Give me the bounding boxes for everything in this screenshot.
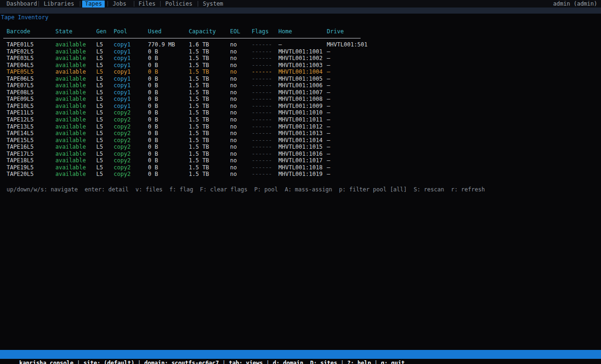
col-header-capacity: Capacity [189,28,216,35]
table-row[interactable]: TAPE10L5availableL5copy10 B1.5 TBno-----… [0,103,601,110]
table-row[interactable]: TAPE07L5availableL5copy10 B1.5 TBno-----… [0,82,601,89]
col-header-pool: Pool [114,28,127,35]
table-row[interactable]: TAPE04L5availableL5copy10 B1.5 TBno-----… [0,62,601,69]
tab-separator [108,1,108,7]
cell-capacity: 1.5 TB [189,144,209,151]
cell-eol: no [230,171,237,178]
cell-used: 0 B [148,144,158,151]
cell-eol: no [230,116,237,123]
cell-eol: no [230,82,237,89]
cell-state: available [55,76,86,83]
cell-pool: copy2 [114,109,131,116]
cell-pool: copy2 [114,123,131,130]
status-segment: site: (default) [84,360,134,364]
table-row-selected[interactable]: TAPE05L5availableL5copy10 B1.5 TBno-----… [0,68,601,76]
cell-home: MHVTL001:1004 [278,68,323,76]
cell-state: available [55,164,86,171]
cell-flags: ------ [252,68,272,76]
cell-barcode: TAPE08L5 [7,89,34,96]
cell-state: available [55,96,86,103]
cell-state: available [55,55,86,62]
terminal-screen: DashboardLibrariesTapesJobsFilesPolicies… [0,0,601,364]
cell-gen: L5 [96,96,103,103]
cell-drive: — [327,109,330,116]
cell-capacity: 1.5 TB [189,130,209,137]
tab-libraries[interactable]: Libraries [44,0,74,8]
cell-capacity: 1.5 TB [189,151,209,158]
cell-used: 0 B [148,82,158,89]
table-row[interactable]: TAPE20L5availableL5copy20 B1.5 TBno-----… [0,171,601,178]
cell-pool: copy1 [114,68,131,76]
cell-used: 0 B [148,130,158,137]
tab-jobs[interactable]: Jobs [113,0,126,8]
status-segment: d: domain D: sites [273,360,337,364]
cell-drive: — [327,123,330,130]
cell-home: MHVTL001:1016 [278,151,323,158]
cell-gen: L5 [96,164,103,171]
table-row[interactable]: TAPE09L5availableL5copy10 B1.5 TBno-----… [0,96,601,103]
cell-home: MHVTL001:1015 [278,144,323,151]
table-row[interactable]: TAPE19L5availableL5copy20 B1.5 TBno-----… [0,164,601,171]
table-row[interactable]: TAPE13L5availableL5copy20 B1.5 TBno-----… [0,123,601,130]
table-row[interactable]: TAPE03L5availableL5copy10 B1.5 TBno-----… [0,55,601,62]
cell-home: MHVTL001:1014 [278,137,323,144]
cell-home: MHVTL001:1009 [278,103,323,110]
cell-capacity: 1.5 TB [189,68,209,76]
cell-eol: no [230,41,237,48]
table-row[interactable]: TAPE16L5availableL5copy20 B1.5 TBno-----… [0,144,601,151]
cell-gen: L5 [96,171,103,178]
cell-flags: ------ [252,137,272,144]
cell-gen: L5 [96,48,103,55]
cell-barcode: TAPE02L5 [7,48,34,55]
cell-home: MHVTL001:1007 [278,89,323,96]
cell-drive: — [327,48,330,55]
cell-eol: no [230,157,237,164]
cell-home: MHVTL001:1011 [278,116,323,123]
table-row[interactable]: TAPE06L5availableL5copy10 B1.5 TBno-----… [0,76,601,83]
table-row[interactable]: TAPE17L5availableL5copy20 B1.5 TBno-----… [0,151,601,158]
table-header: BarcodeStateGenPoolUsedCapacityEOLFlagsH… [0,28,601,35]
cell-state: available [55,89,86,96]
cell-state: available [55,82,86,89]
cell-used: 0 B [148,103,158,110]
cell-state: available [55,157,86,164]
cell-state: available [55,62,86,69]
tab-policies[interactable]: Policies [165,0,193,8]
table-row[interactable]: TAPE15L5availableL5copy20 B1.5 TBno-----… [0,137,601,144]
cell-home: MHVTL001:1012 [278,123,323,130]
status-segment: q: quit [381,360,405,364]
table-row[interactable]: TAPE08L5availableL5copy10 B1.5 TBno-----… [0,89,601,96]
col-header-used: Used [148,28,162,35]
tab-dashboard[interactable]: Dashboard [7,0,37,8]
cell-barcode: TAPE09L5 [7,96,34,103]
table-row[interactable]: TAPE11L5availableL5copy20 B1.5 TBno-----… [0,109,601,116]
status-segment: kanrisha console [19,360,74,364]
cell-used: 0 B [148,62,158,69]
table-row[interactable]: TAPE01L5availableL5copy1770.9 MB1.6 TBno… [0,41,601,48]
tab-separator [134,1,134,7]
table-row[interactable]: TAPE14L5availableL5copy20 B1.5 TBno-----… [0,130,601,137]
table-row[interactable]: TAPE18L5availableL5copy20 B1.5 TBno-----… [0,157,601,164]
cell-drive: — [327,89,330,96]
cell-eol: no [230,89,237,96]
tab-system[interactable]: System [203,0,223,8]
table-row[interactable]: TAPE12L5availableL5copy20 B1.5 TBno-----… [0,116,601,123]
status-bar: kanrisha console|site: (default)|domain:… [0,350,601,359]
cell-state: available [55,137,86,144]
cell-eol: no [230,68,237,76]
cell-used: 0 B [148,164,158,171]
tab-files[interactable]: Files [139,0,155,8]
status-separator: | [266,360,270,364]
cell-barcode: TAPE06L5 [7,76,34,83]
cell-gen: L5 [96,116,103,123]
table-row[interactable]: TAPE02L5availableL5copy10 B1.5 TBno-----… [0,48,601,55]
cell-home: MHVTL001:1019 [278,171,323,178]
tab-separator [160,1,161,7]
cell-drive: — [327,103,330,110]
cell-used: 0 B [148,157,158,164]
cell-pool: copy1 [114,96,131,103]
cell-eol: no [230,137,237,144]
cell-home: MHVTL001:1003 [278,62,323,69]
tab-tapes[interactable]: Tapes [82,0,105,8]
cell-pool: copy1 [114,82,131,89]
